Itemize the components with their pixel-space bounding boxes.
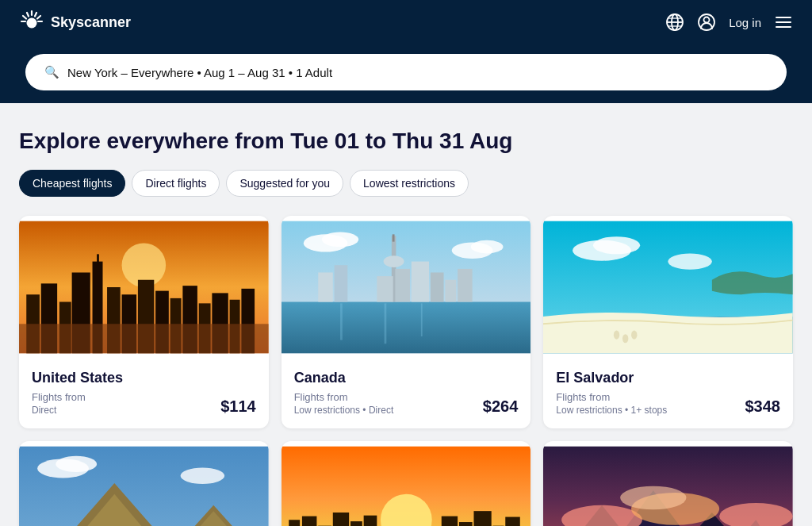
card-price-sv: $348 [745,397,780,416]
svg-rect-50 [431,272,444,301]
cards-grid: United States Flights from Direct $114 [19,216,793,526]
search-text: New York – Everywhere • Aug 1 – Aug 31 •… [67,66,332,79]
filter-tabs: Cheapest flights Direct flights Suggeste… [19,170,793,197]
svg-point-14 [704,17,710,23]
card-meta-ca: Flights from Low restrictions • Direct [294,391,394,416]
card-tags-sv: Low restrictions • 1+ stops [556,405,667,416]
skyscanner-logo-icon [19,10,44,35]
card-body-ca: Canada Flights from Low restrictions • D… [282,359,531,428]
svg-rect-46 [392,234,394,241]
svg-point-7 [27,18,37,29]
card-image-unknown [543,441,793,526]
card-image-mx [19,441,269,526]
navbar: Skyscanner Log in [0,0,812,44]
svg-line-1 [35,13,36,17]
svg-rect-52 [458,269,473,302]
main-content: Explore everywhere from Tue 01 to Thu 31… [0,103,812,526]
flights-from-sv: Flights from [556,391,667,403]
search-bar[interactable]: 🔍 New York – Everywhere • Aug 1 – Aug 31… [25,54,787,90]
svg-rect-49 [411,262,428,302]
svg-point-72 [56,456,97,472]
card-image-us [19,216,269,359]
card-image-il [282,441,531,526]
svg-rect-40 [384,303,386,344]
tab-restrictions[interactable]: Lowest restrictions [350,170,469,197]
hamburger-menu-icon[interactable] [774,13,793,32]
card-price-ca: $264 [483,397,519,416]
svg-point-60 [593,236,640,254]
svg-rect-25 [97,254,99,265]
tab-suggested[interactable]: Suggested for you [226,170,343,197]
svg-rect-90 [505,517,520,526]
card-image-ca [282,216,531,359]
svg-rect-87 [459,522,473,526]
card-tags-ca: Low restrictions • Direct [294,405,394,416]
card-el-salvador[interactable]: El Salvador Flights from Low restriction… [543,216,793,428]
page-heading: Explore everywhere from Tue 01 to Thu 31… [19,129,793,154]
search-icon: 🔍 [44,65,59,79]
tab-direct[interactable]: Direct flights [132,170,220,197]
card-canada[interactable]: Canada Flights from Low restrictions • D… [282,216,531,428]
svg-rect-83 [363,516,377,526]
svg-point-62 [614,331,619,340]
search-area: 🔍 New York – Everywhere • Aug 1 – Aug 31… [0,44,812,103]
svg-rect-36 [19,324,269,353]
svg-rect-82 [350,521,362,526]
card-title-us: United States [32,370,256,386]
svg-rect-65 [19,447,269,526]
svg-rect-78 [289,520,300,526]
card-title-ca: Canada [294,370,519,386]
svg-rect-48 [395,269,410,302]
svg-point-63 [622,334,628,343]
tab-cheapest[interactable]: Cheapest flights [19,170,125,197]
card-unknown[interactable] [543,441,793,526]
svg-rect-51 [445,280,456,302]
card-israel[interactable]: Israel Flights from [282,441,531,526]
card-body-sv: El Salvador Flights from Low restriction… [543,359,793,428]
card-footer-ca: Flights from Low restrictions • Direct $… [294,391,519,416]
svg-rect-39 [340,303,343,340]
svg-rect-41 [421,303,423,336]
svg-rect-43 [334,265,347,301]
card-price-us: $114 [220,397,256,416]
flights-from-us: Flights from [32,391,86,403]
globe-icon[interactable] [665,13,684,32]
svg-point-45 [383,255,404,267]
svg-point-73 [181,468,225,484]
card-united-states[interactable]: United States Flights from Direct $114 [19,216,269,428]
flights-from-ca: Flights from [294,391,394,403]
svg-line-4 [23,16,26,19]
svg-point-64 [631,331,637,340]
svg-point-100 [621,486,687,510]
login-button[interactable]: Log in [729,16,761,29]
svg-rect-88 [473,511,491,526]
card-body-us: United States Flights from Direct $114 [19,359,269,428]
svg-rect-47 [377,276,393,301]
card-meta-us: Flights from Direct [32,391,86,416]
svg-rect-38 [282,302,531,354]
svg-line-2 [37,16,40,19]
card-meta-sv: Flights from Low restrictions • 1+ stops [556,391,667,416]
svg-point-61 [668,253,713,269]
card-footer-us: Flights from Direct $114 [32,391,256,416]
svg-rect-42 [318,272,333,301]
svg-rect-81 [332,513,348,526]
navbar-actions: Log in [665,13,793,32]
svg-line-3 [27,13,29,17]
card-mexico[interactable]: Mexico Flights from [19,441,269,526]
brand-name: Skyscanner [51,14,131,31]
svg-point-54 [322,232,358,248]
svg-rect-86 [441,516,457,526]
card-footer-sv: Flights from Low restrictions • 1+ stops… [556,391,780,416]
svg-point-56 [470,240,503,254]
account-icon[interactable] [697,13,716,32]
card-tags-us: Direct [32,405,86,416]
svg-rect-79 [302,516,317,526]
card-title-sv: El Salvador [556,370,780,386]
card-image-sv [543,216,793,359]
brand-logo[interactable]: Skyscanner [19,10,131,35]
